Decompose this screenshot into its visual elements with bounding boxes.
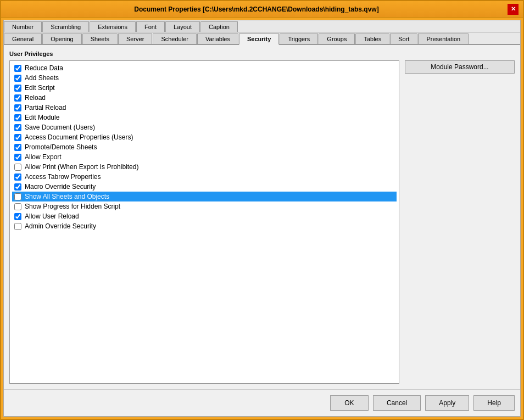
- checkbox-label-0: Reduce Data: [25, 64, 63, 72]
- tab-variables[interactable]: Variables: [197, 33, 238, 44]
- tab-sort[interactable]: Sort: [390, 33, 417, 44]
- checkbox-label-10: Allow Print (When Export Is Prohibited): [25, 163, 138, 171]
- right-panel: Module Password...: [405, 60, 515, 384]
- list-item[interactable]: Allow Print (When Export Is Prohibited): [12, 162, 397, 172]
- list-item[interactable]: Show Progress for Hidden Script: [12, 201, 397, 211]
- checkbox-15[interactable]: [14, 213, 21, 220]
- list-item[interactable]: Admin Override Security: [12, 221, 397, 231]
- checkbox-label-12: Macro Override Security: [25, 183, 96, 191]
- list-item[interactable]: Reload: [12, 93, 397, 103]
- checkbox-1[interactable]: [14, 75, 21, 82]
- checkbox-label-8: Promote/Demote Sheets: [25, 143, 97, 151]
- checkbox-2[interactable]: [14, 85, 21, 92]
- close-button[interactable]: ✕: [508, 4, 519, 15]
- checkbox-10[interactable]: [14, 164, 21, 171]
- help-button[interactable]: Help: [473, 395, 515, 411]
- checkbox-5[interactable]: [14, 114, 21, 121]
- list-item[interactable]: Reduce Data: [12, 63, 397, 73]
- checkbox-12[interactable]: [14, 183, 21, 191]
- checkbox-label-16: Admin Override Security: [25, 222, 96, 230]
- tab-layout[interactable]: Layout: [165, 21, 200, 32]
- list-item[interactable]: Add Sheets: [12, 73, 397, 83]
- checkbox-label-9: Allow Export: [25, 153, 62, 161]
- checkbox-3[interactable]: [14, 94, 21, 102]
- list-item[interactable]: Access Document Properties (Users): [12, 132, 397, 142]
- list-item[interactable]: Access Tabrow Properties: [12, 172, 397, 182]
- checkbox-label-14: Show Progress for Hidden Script: [25, 203, 120, 210]
- checkbox-6[interactable]: [14, 124, 21, 131]
- checkbox-label-4: Partial Reload: [25, 104, 66, 111]
- apply-button[interactable]: Apply: [425, 395, 469, 411]
- list-item[interactable]: Show All Sheets and Objects: [12, 192, 397, 201]
- tab-extensions[interactable]: Extensions: [90, 21, 136, 32]
- tab-security[interactable]: Security: [239, 33, 279, 45]
- title-bar: Document Properties [C:\Users\mkd.2CCHAN…: [1, 1, 523, 18]
- content-area: NumberScramblingExtensionsFontLayoutCapt…: [3, 20, 521, 417]
- module-password-button[interactable]: Module Password...: [405, 60, 515, 74]
- section-label: User Privileges: [9, 51, 515, 57]
- checkbox-label-5: Edit Module: [25, 114, 59, 121]
- tab-font[interactable]: Font: [136, 21, 165, 32]
- tab-groups[interactable]: Groups: [319, 33, 355, 44]
- tabs-row-1: NumberScramblingExtensionsFontLayoutCapt…: [4, 20, 520, 32]
- list-item[interactable]: Edit Module: [12, 113, 397, 122]
- tab-general[interactable]: General: [4, 33, 42, 44]
- tab-scheduler[interactable]: Scheduler: [153, 33, 197, 44]
- privileges-list: Reduce DataAdd SheetsEdit ScriptReloadPa…: [9, 60, 399, 384]
- cancel-button[interactable]: Cancel: [373, 395, 421, 411]
- checkbox-11[interactable]: [14, 173, 21, 181]
- tab-presentation[interactable]: Presentation: [418, 33, 469, 44]
- checkbox-8[interactable]: [14, 144, 21, 151]
- main-content: User Privileges Reduce DataAdd SheetsEdi…: [4, 45, 520, 389]
- checkbox-0[interactable]: [14, 65, 21, 72]
- footer: OK Cancel Apply Help: [4, 389, 520, 416]
- checkbox-label-3: Reload: [25, 94, 46, 102]
- ok-button[interactable]: OK: [330, 395, 369, 411]
- tabs-row-2: GeneralOpeningSheetsServerSchedulerVaria…: [4, 32, 520, 45]
- list-item[interactable]: Allow User Reload: [12, 211, 397, 221]
- tab-opening[interactable]: Opening: [42, 33, 82, 44]
- tab-caption[interactable]: Caption: [200, 21, 238, 32]
- list-item[interactable]: Promote/Demote Sheets: [12, 142, 397, 152]
- tab-scrambling[interactable]: Scrambling: [42, 21, 89, 32]
- list-item[interactable]: Partial Reload: [12, 103, 397, 113]
- checkbox-9[interactable]: [14, 154, 21, 161]
- list-item[interactable]: Macro Override Security: [12, 182, 397, 192]
- window-title: Document Properties [C:\Users\mkd.2CCHAN…: [5, 5, 508, 13]
- checkbox-16[interactable]: [14, 223, 21, 230]
- list-item[interactable]: Allow Export: [12, 152, 397, 162]
- checkbox-label-2: Edit Script: [25, 84, 55, 92]
- checkbox-label-11: Access Tabrow Properties: [25, 173, 101, 181]
- checkbox-label-15: Allow User Reload: [25, 212, 79, 220]
- checkbox-13[interactable]: [14, 193, 21, 200]
- tab-sheets[interactable]: Sheets: [82, 33, 118, 44]
- checkbox-4[interactable]: [14, 104, 21, 111]
- checkbox-label-1: Add Sheets: [25, 74, 59, 82]
- main-window: Document Properties [C:\Users\mkd.2CCHAN…: [0, 0, 524, 420]
- list-item[interactable]: Edit Script: [12, 83, 397, 93]
- tab-tables[interactable]: Tables: [355, 33, 389, 44]
- two-column-layout: Reduce DataAdd SheetsEdit ScriptReloadPa…: [9, 60, 515, 384]
- tab-server[interactable]: Server: [118, 33, 152, 44]
- tab-number[interactable]: Number: [4, 21, 42, 32]
- list-item[interactable]: Save Document (Users): [12, 122, 397, 132]
- tab-triggers[interactable]: Triggers: [280, 33, 318, 44]
- checkbox-14[interactable]: [14, 203, 21, 210]
- checkbox-label-7: Access Document Properties (Users): [25, 133, 133, 141]
- checkbox-7[interactable]: [14, 134, 21, 141]
- checkbox-label-6: Save Document (Users): [25, 124, 95, 131]
- checkbox-label-13: Show All Sheets and Objects: [25, 193, 109, 200]
